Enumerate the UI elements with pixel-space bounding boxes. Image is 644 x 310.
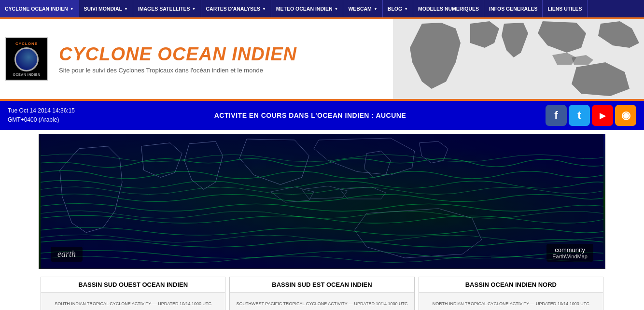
- nav-item-label: CARTES D'ANALYSES: [206, 6, 260, 12]
- navbar: CYCLONE OCEAN INDIEN▼SUIVI MONDIAL▼IMAGE…: [0, 0, 644, 19]
- youtube-button[interactable]: ▶: [592, 105, 613, 126]
- dropdown-arrow-icon: ▼: [70, 7, 74, 11]
- header-map-svg: [393, 19, 644, 101]
- logo-image: CYCLONE OCEAN INDIEN: [5, 37, 48, 81]
- nav-item-blog[interactable]: BLOG▼: [383, 0, 413, 17]
- nav-item-images-satellites[interactable]: IMAGES SATELLITES▼: [133, 0, 201, 17]
- dropdown-arrow-icon: ▼: [192, 7, 196, 11]
- panel-header-0: BASSIN SUD OUEST OCEAN INDIEN: [41, 277, 225, 293]
- panel-1: BASSIN SUD EST OCEAN INDIENSOUTHWEST PAC…: [229, 277, 414, 310]
- panel-body-1: SOUTHWEST PACIFIC TROPICAL CYCLONE ACTIV…: [230, 293, 414, 310]
- twitter-button[interactable]: t: [569, 105, 590, 126]
- community-bottom-text: EarthWindMap: [552, 254, 588, 259]
- rss-button[interactable]: ◉: [615, 105, 636, 126]
- nav-item-cyclone-ocean-indien[interactable]: CYCLONE OCEAN INDIEN▼: [0, 0, 79, 17]
- info-bar-datetime: Tue Oct 14 2014 14:36:15 GMT+0400 (Arabi…: [8, 106, 75, 125]
- nav-item-label: IMAGES SATELLITES: [138, 6, 190, 12]
- header-title-area: CYCLONE OCEAN INDIEN Site pour le suivi …: [53, 44, 297, 74]
- nav-item-webcam[interactable]: WEBCAM▼: [343, 0, 382, 17]
- timezone-text: GMT+0400 (Arabie): [8, 115, 75, 125]
- site-title: CYCLONE OCEAN INDIEN: [59, 44, 297, 65]
- dropdown-arrow-icon: ▼: [335, 7, 338, 11]
- info-bar: Tue Oct 14 2014 14:36:15 GMT+0400 (Arabi…: [0, 101, 644, 130]
- nav-item-infos-generales[interactable]: INFOS GENERALES: [484, 0, 543, 17]
- nav-item-label: INFOS GENERALES: [489, 6, 537, 12]
- community-label: community EarthWindMap: [546, 244, 593, 262]
- panel-2: BASSIN OCEAN INDIEN NORDNORTH INDIAN TRO…: [419, 277, 603, 310]
- nav-item-modeles-numeriques[interactable]: MODELES NUMERIQUES: [413, 0, 484, 17]
- nav-item-label: CYCLONE OCEAN INDIEN: [5, 6, 68, 12]
- windmap-container[interactable]: earth community EarthWindMap: [39, 134, 605, 269]
- social-buttons: f t ▶ ◉: [546, 105, 636, 126]
- dropdown-arrow-icon: ▼: [124, 7, 128, 11]
- header-map-bg: [393, 19, 644, 101]
- dropdown-arrow-icon: ▼: [374, 7, 378, 11]
- nav-item-suivi-mondial[interactable]: SUIVI MONDIAL▼: [79, 0, 133, 17]
- earth-label[interactable]: earth: [51, 247, 83, 262]
- nav-item-liens-utiles[interactable]: LIENS UTILES: [543, 0, 587, 17]
- dropdown-arrow-icon: ▼: [404, 7, 408, 11]
- nav-item-meteo-ocean-indien[interactable]: METEO OCEAN INDIEN▼: [271, 0, 344, 17]
- nav-item-label: BLOG: [388, 6, 402, 12]
- bottom-panels: BASSIN SUD OUEST OCEAN INDIENSOUTH INDIA…: [0, 273, 644, 310]
- windmap-svg: [39, 134, 605, 268]
- nav-item-label: WEBCAM: [348, 6, 371, 12]
- dropdown-arrow-icon: ▼: [262, 7, 266, 11]
- nav-item-label: METEO OCEAN INDIEN: [276, 6, 333, 12]
- community-top-text: community: [552, 246, 588, 254]
- panel-body-0: SOUTH INDIAN TROPICAL CYCLONE ACTIVITY —…: [41, 293, 225, 310]
- nav-item-label: LIENS UTILES: [547, 6, 582, 12]
- panel-header-2: BASSIN OCEAN INDIEN NORD: [419, 277, 603, 293]
- panel-header-1: BASSIN SUD EST OCEAN INDIEN: [230, 277, 414, 293]
- panel-0: BASSIN SUD OUEST OCEAN INDIENSOUTH INDIA…: [41, 277, 225, 310]
- nav-item-cartes-danalyses[interactable]: CARTES D'ANALYSES▼: [201, 0, 271, 17]
- logo-area: CYCLONE OCEAN INDIEN: [0, 33, 53, 85]
- facebook-button[interactable]: f: [546, 105, 567, 126]
- nav-item-label: MODELES NUMERIQUES: [418, 6, 479, 12]
- logo-text-bottom: OCEAN INDIEN: [13, 73, 41, 76]
- datetime-text: Tue Oct 14 2014 14:36:15: [8, 106, 75, 115]
- site-subtitle: Site pour le suivi des Cyclones Tropicau…: [59, 67, 297, 74]
- nav-item-label: SUIVI MONDIAL: [84, 6, 122, 12]
- info-bar-activity: ACTIVITE EN COURS DANS L'OCEAN INDIEN : …: [75, 112, 546, 119]
- logo-cyclone-icon: [14, 47, 39, 71]
- site-header: CYCLONE OCEAN INDIEN CYCLONE OCEAN INDIE…: [0, 19, 644, 101]
- windmap-background: earth community EarthWindMap: [39, 134, 605, 268]
- logo-text-top: CYCLONE: [15, 42, 38, 46]
- panel-body-2: NORTH INDIAN TROPICAL CYCLONE ACTIVITY —…: [419, 293, 603, 310]
